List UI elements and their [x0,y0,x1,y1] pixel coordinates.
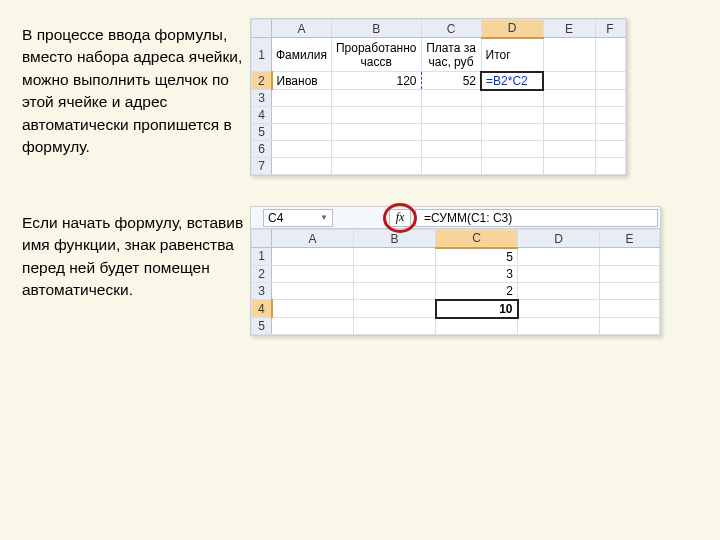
col-header-A[interactable]: A [272,20,332,38]
formula-bar-input[interactable]: =СУММ(C1: C3) [415,209,658,227]
cell-B1[interactable]: Проработанно чассв [331,38,421,72]
col-header-D2[interactable]: D [518,230,600,248]
cell-D2-active[interactable]: =B2*C2 [481,72,543,90]
spreadsheet-1: A B C D E F 1 Фамилия Проработанно чассв… [250,18,627,176]
col-header-B[interactable]: B [331,20,421,38]
col-header-B2[interactable]: B [354,230,436,248]
row2-header-1[interactable]: 1 [252,248,272,266]
row-header-3[interactable]: 3 [252,90,272,107]
col-header-E[interactable]: E [543,20,595,38]
col-header-A2[interactable]: A [272,230,354,248]
fx-label: fx [396,210,405,225]
fx-button[interactable]: fx [389,209,411,227]
col-header-C2[interactable]: C [436,230,518,248]
col-header-D[interactable]: D [481,20,543,38]
col-header-F[interactable]: F [595,20,625,38]
cell2-C1[interactable]: 5 [436,248,518,266]
row-header-7[interactable]: 7 [252,158,272,175]
paragraph-2: Если начать формулу, вставив имя функции… [12,206,250,302]
row2-header-3[interactable]: 3 [252,282,272,300]
formula-bar: C4 ▼ fx =СУММ(C1: C3) [251,207,660,229]
formula-text: =СУММ(C1: C3) [424,211,512,225]
cell2-C3[interactable]: 2 [436,282,518,300]
cell-D1[interactable]: Итог [481,38,543,72]
select-all-corner[interactable] [252,20,272,38]
name-box[interactable]: C4 ▼ [263,209,333,227]
grid-1[interactable]: A B C D E F 1 Фамилия Проработанно чассв… [251,19,626,175]
grid-2[interactable]: A B C D E 15 23 32 410 5 [251,229,660,335]
paragraph-1: В процессе ввода формулы, вместо набора … [12,18,250,159]
name-box-value: C4 [268,211,283,225]
dropdown-icon[interactable]: ▼ [320,213,328,222]
row2-header-2[interactable]: 2 [252,265,272,282]
col-header-C[interactable]: C [421,20,481,38]
row-header-1[interactable]: 1 [252,38,272,72]
row-header-5[interactable]: 5 [252,124,272,141]
col-header-E2[interactable]: E [600,230,660,248]
cell-E2[interactable] [543,72,595,90]
select-all-corner-2[interactable] [252,230,272,248]
row2-header-4[interactable]: 4 [252,300,272,318]
formula-inline: =B2*C2 [486,74,528,88]
cell-A2[interactable]: Иванов [272,72,332,90]
cell-F2[interactable] [595,72,625,90]
cell-B2[interactable]: 120 [331,72,421,90]
row-header-2[interactable]: 2 [252,72,272,90]
cell2-C2[interactable]: 3 [436,265,518,282]
cell-C2[interactable]: 52 [421,72,481,90]
cell-A1[interactable]: Фамилия [272,38,332,72]
row-header-4[interactable]: 4 [252,107,272,124]
cell2-C4-active[interactable]: 10 [436,300,518,318]
row2-header-5[interactable]: 5 [252,318,272,335]
cell-E1[interactable] [543,38,595,72]
cell-C1[interactable]: Плата за час, руб [421,38,481,72]
spreadsheet-2: C4 ▼ fx =СУММ(C1: C3) A B C D E 15 23 [250,206,661,336]
row-header-6[interactable]: 6 [252,141,272,158]
cell-F1[interactable] [595,38,625,72]
